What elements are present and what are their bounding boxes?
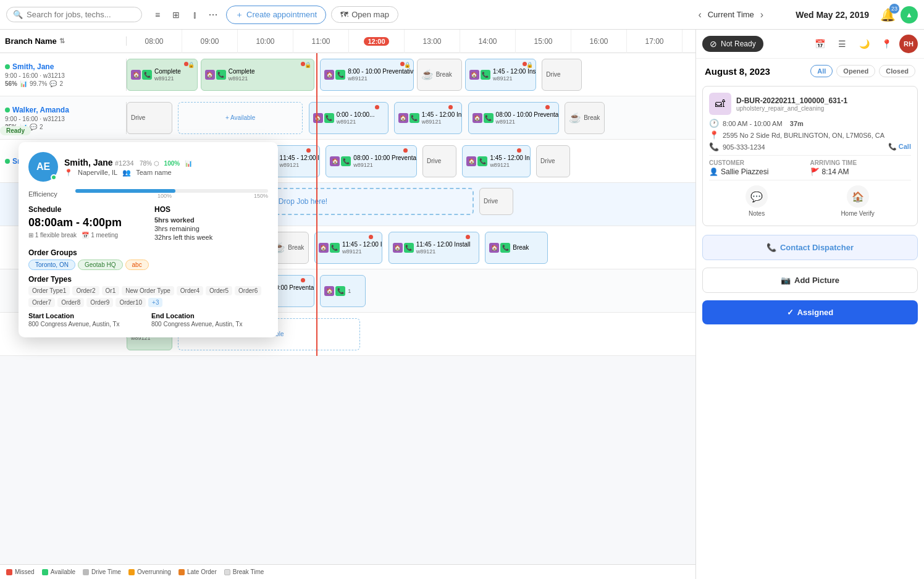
- tab-closed[interactable]: Closed: [879, 65, 915, 77]
- view-grid-icon[interactable]: ⊞: [168, 7, 184, 23]
- appt-icons: 🏠 📞: [324, 70, 345, 80]
- list-icon-btn[interactable]: ☰: [833, 35, 851, 53]
- lock-icon: 🔒: [404, 62, 411, 68]
- assigned-button[interactable]: ✓ Assigned: [702, 300, 918, 324]
- not-ready-label: Not Ready: [721, 40, 756, 48]
- view-cols-icon[interactable]: ⫿: [187, 7, 203, 23]
- tab-opened[interactable]: Opened: [836, 65, 875, 77]
- popup-tech-name: Smith, Jane: [64, 158, 113, 167]
- call-button[interactable]: 📞 Call: [888, 143, 911, 151]
- job-type-icon: 🛋: [709, 93, 731, 115]
- appt-drive-1[interactable]: Drive: [542, 59, 581, 91]
- job-card-header: 🛋 D-BUR-20220211_100000_631-1 upholstery…: [709, 93, 911, 115]
- eff-150: 150%: [254, 193, 268, 199]
- appt-available-2[interactable]: + Available: [178, 102, 303, 134]
- appt-label: 08:00 - 10:00 Preventative MT: [496, 111, 559, 119]
- order-type-9: Order9: [86, 298, 113, 307]
- schedule-header: Branch Name ⇅ 08:00 09:00 10:00 11:00 12…: [0, 30, 695, 53]
- break-label: Break Time: [233, 568, 264, 575]
- drive-label: Drive Time: [91, 568, 121, 575]
- location-icon-btn[interactable]: 📍: [877, 35, 896, 53]
- popup-avatar: AE: [28, 152, 58, 182]
- order-type-more[interactable]: +3: [148, 298, 162, 307]
- start-location: Start Location 800 Congress Avenue, Aust…: [28, 312, 145, 328]
- divider: [709, 155, 911, 156]
- appt-drive-2[interactable]: Drive: [127, 102, 172, 134]
- appt-break-1[interactable]: ☕ Break: [417, 59, 463, 91]
- appt-drive-3b[interactable]: Drive: [536, 145, 570, 177]
- break-icon: ☕: [569, 112, 581, 124]
- next-time-button[interactable]: ›: [758, 8, 766, 22]
- moon-icon-btn[interactable]: 🌙: [855, 35, 873, 53]
- red-dot: [448, 105, 453, 109]
- search-bar[interactable]: 🔍: [6, 7, 142, 22]
- appt-preventive-2b[interactable]: 🏠 📞 08:00 - 10:00 Preventative MT w89121: [468, 102, 559, 134]
- home-verify-action[interactable]: 🏠 Home Verify: [841, 185, 874, 217]
- search-input[interactable]: [27, 10, 125, 19]
- time-col-1700: 17:00: [627, 30, 682, 53]
- current-time-line: [316, 96, 317, 140]
- appt-icon-green: 📞: [324, 113, 334, 123]
- notification-badge[interactable]: 🔔 23: [880, 7, 896, 22]
- appt-install-5[interactable]: 🏠 📞 11:45 - 12:00 Install w89121: [314, 232, 383, 264]
- view-list-icon[interactable]: ≡: [149, 7, 166, 23]
- calendar-icon-btn[interactable]: 📅: [810, 35, 829, 53]
- tech-info-smith-jane[interactable]: Smith, Jane 9:00 - 16:00 · w31213 56% 📊 …: [0, 59, 127, 91]
- job-card: 🛋 D-BUR-20220211_100000_631-1 upholstery…: [702, 86, 918, 226]
- appt-preventive-1[interactable]: 🏠 📞 8:00 - 10:00 Preventative MT w89121 …: [320, 59, 414, 91]
- arriving-label: ARRIVING TIME: [810, 159, 912, 166]
- appt-install-1[interactable]: 🏠 📞 1:45 - 12:00 Install w89121 🔒: [465, 59, 536, 91]
- appt-icon-purple: 🏠: [330, 156, 340, 166]
- appt-drive-4[interactable]: Drive: [479, 188, 513, 215]
- create-appointment-button[interactable]: ＋ Create appointment: [226, 6, 326, 24]
- appt-drive-3a[interactable]: Drive: [422, 145, 456, 177]
- appt-preventive-2a[interactable]: 🏠 📞 0:00 - 10:00... w89121: [309, 102, 388, 134]
- appt-preventive-5c[interactable]: 🏠 📞 Break: [485, 232, 547, 264]
- appt-icon-green: 📞: [142, 70, 152, 80]
- red-dot: [517, 148, 521, 153]
- tag-geotab[interactable]: Geotab HQ: [78, 260, 123, 270]
- legend-missed: Missed: [6, 568, 35, 575]
- not-ready-button[interactable]: ⊘ Not Ready: [702, 36, 763, 52]
- appt-complete-1[interactable]: 🏠 📞 Complete w89121 🔒: [127, 59, 198, 91]
- appt-break-2[interactable]: ☕ Break: [565, 102, 604, 134]
- efficiency-icon: 📊: [20, 80, 27, 87]
- time-navigation: ‹ Current Time ›: [695, 8, 766, 22]
- appt-preventive-5b[interactable]: 🏠 📞 11:45 - 12:00 Install w89121: [388, 232, 479, 264]
- arriving-flag-icon: 🚩: [810, 167, 820, 176]
- tag-abc[interactable]: abc: [125, 260, 149, 270]
- notes-action[interactable]: 💬 Notes: [746, 185, 768, 217]
- locations-section: Start Location 800 Congress Avenue, Aust…: [28, 312, 268, 328]
- appt-label: Break: [513, 244, 529, 251]
- phone-icon: 📞: [709, 142, 719, 151]
- prev-time-button[interactable]: ‹: [695, 8, 704, 22]
- user-avatar-rp[interactable]: RH: [899, 35, 918, 53]
- contact-dispatcher-button[interactable]: 📞 Contact Dispatcher: [702, 235, 918, 260]
- appt-sub: w89121: [280, 162, 321, 168]
- appt-preventive-6c[interactable]: 🏠 📞 1: [320, 275, 366, 307]
- time-col-1300: 13:00: [405, 30, 460, 53]
- appt-complete-2[interactable]: 🏠 📞 Complete w89121 🔒: [201, 59, 314, 91]
- legend-available: Available: [42, 568, 75, 575]
- time-col-1000: 10:00: [238, 30, 293, 53]
- appt-install-3b[interactable]: 🏠 📞 1:45 - 12:00 Install w89121: [462, 145, 531, 177]
- open-map-button[interactable]: 🗺 Open map: [331, 6, 398, 23]
- tag-toronto[interactable]: Toronto, ON: [28, 260, 75, 270]
- add-picture-button[interactable]: 📷 Add Picture: [702, 268, 918, 293]
- appt-icons: 🏠 📞: [466, 156, 487, 166]
- tab-all[interactable]: All: [810, 65, 833, 77]
- appt-install-2[interactable]: 🏠 📞 1:45 - 12:00 Install w89121: [394, 102, 463, 134]
- user-avatar[interactable]: ▲: [901, 6, 918, 23]
- appt-preventive-3[interactable]: 🏠 📞 08:00 - 10:00 Preventative MT w89121: [326, 145, 416, 177]
- job-time: 8:00 AM - 10:00 AM 37m: [723, 120, 804, 127]
- location-icon-popup: 📍: [64, 169, 73, 177]
- late-label: Late Order: [187, 568, 217, 575]
- job-type: upholstery_repair_and_cleaning: [736, 105, 847, 112]
- ready-badge: Ready: [0, 126, 31, 135]
- tech-schedule: 9:00 - 16:00 · w31213: [5, 72, 121, 79]
- sort-icon[interactable]: ⇅: [59, 37, 65, 45]
- order-type-new: New Order Type: [122, 286, 174, 295]
- timeline-row-1: 🏠 📞 Complete w89121 🔒 🏠: [127, 53, 695, 96]
- more-options-icon[interactable]: ···: [205, 7, 221, 23]
- not-ready-icon: ⊘: [710, 39, 717, 49]
